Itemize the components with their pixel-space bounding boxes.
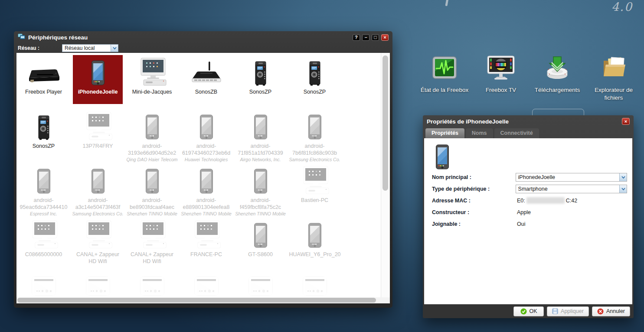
device-item[interactable]: android-619743460273eb6dHuawei Technolog… bbox=[179, 109, 233, 163]
device-label: FRANCE-PC bbox=[190, 251, 222, 258]
button-label: OK bbox=[530, 308, 537, 314]
freebox-tv-icon bbox=[487, 54, 515, 82]
device-grid: Freebox PlayeriPhonedeJoelleMini-de-Jacq… bbox=[16, 53, 342, 297]
device-item[interactable]: iPhonedeJoelle bbox=[73, 55, 123, 104]
smartphone-icon bbox=[90, 55, 106, 86]
device-item[interactable]: SonosZP bbox=[16, 109, 71, 163]
network-label: Réseau : bbox=[18, 45, 44, 51]
speaker-icon bbox=[307, 55, 322, 86]
device-label: Freebox Player bbox=[25, 89, 62, 96]
device-grid-viewport: Freebox PlayeriPhonedeJoelleMini-de-Jacq… bbox=[16, 53, 381, 297]
maximize-button[interactable]: □ bbox=[372, 34, 379, 41]
device-item[interactable]: Freebox Player bbox=[16, 55, 71, 109]
device-item[interactable]: 13P7R4FRY bbox=[71, 109, 125, 163]
field-label: Type de périphérique : bbox=[432, 186, 516, 192]
minimize-button[interactable]: − bbox=[362, 34, 369, 41]
smartphone-icon bbox=[199, 109, 214, 140]
device-item[interactable]: SonosZB bbox=[179, 55, 233, 109]
tab-propriétés[interactable]: Propriétés bbox=[425, 128, 464, 138]
window-titlebar[interactable]: Propriétés de iPhonedeJoelle × bbox=[423, 115, 634, 127]
horizontal-scrollbar[interactable] bbox=[16, 297, 390, 303]
smartphone-icon bbox=[253, 109, 268, 140]
device-item[interactable]: android-f459fbcf8fa75c2cShenzhen TINNO M… bbox=[233, 163, 288, 218]
tab-noms[interactable]: Noms bbox=[466, 128, 493, 138]
device-item[interactable] bbox=[125, 272, 179, 297]
window-title: Propriétés de iPhonedeJoelle bbox=[427, 118, 509, 125]
desktop-shortcuts: État de la FreeboxFreebox TVTéléchargeme… bbox=[416, 54, 642, 101]
device-label: android-f459fbcf8fa75c2c bbox=[235, 197, 286, 211]
device-item[interactable] bbox=[71, 272, 125, 297]
device-item[interactable]: android-3193e66d904d52e2Qing DAO Haier T… bbox=[125, 109, 179, 163]
desktop-shortcut[interactable]: Explorateur de fichiers bbox=[585, 54, 642, 101]
device-label: C08665000000 bbox=[25, 251, 62, 258]
device-item[interactable]: android-71f851a1fd704339Airgo Networks, … bbox=[233, 109, 288, 163]
cancel-button[interactable]: Annuler bbox=[592, 306, 630, 316]
smartphone-icon bbox=[36, 163, 52, 195]
computer-icon bbox=[27, 218, 60, 249]
device-label: GT-S8600 bbox=[248, 251, 273, 258]
ok-button[interactable]: OK bbox=[513, 306, 544, 316]
device-vendor: Shenzhen TINNO Mobile bbox=[127, 211, 177, 216]
button-label: Annuler bbox=[606, 308, 625, 314]
field-value: Oui bbox=[517, 221, 525, 227]
type-peripherique-select[interactable]: Smartphone bbox=[516, 185, 627, 193]
device-item[interactable] bbox=[179, 272, 233, 297]
device-item[interactable]: HUAWEI_Y6_Pro_20 bbox=[288, 218, 342, 272]
desktop-shortcut[interactable]: Freebox TV bbox=[473, 54, 529, 101]
network-select[interactable]: Réseau local bbox=[62, 44, 118, 52]
field-label: Adresse MAC : bbox=[432, 198, 517, 204]
device-item[interactable] bbox=[233, 272, 288, 297]
vertical-scrollbar-thumb[interactable] bbox=[382, 55, 388, 191]
device-item[interactable]: Bastien-PC bbox=[288, 163, 342, 218]
vertical-scrollbar[interactable] bbox=[381, 53, 390, 297]
smartphone-icon bbox=[307, 218, 323, 249]
device-item[interactable]: android-95eac6dca7344410Espressif Inc. bbox=[16, 163, 71, 218]
properties-window: Propriétés de iPhonedeJoelle × Propriété… bbox=[423, 115, 634, 318]
device-item[interactable]: SonosZP bbox=[288, 55, 342, 109]
field-row: Constructeur :Apple bbox=[432, 206, 627, 218]
device-item[interactable]: GT-S8600 bbox=[233, 218, 288, 272]
tab-connectivité[interactable]: Connectivité bbox=[494, 128, 539, 138]
device-item[interactable]: android-7b6f81fc868c903bSamsung Electron… bbox=[288, 109, 342, 163]
device-label: Mini-de-Jacques bbox=[132, 89, 172, 96]
shortcut-label: État de la Freebox bbox=[421, 86, 468, 94]
tablet-icon bbox=[140, 272, 165, 296]
device-item[interactable] bbox=[16, 272, 71, 297]
device-item[interactable]: CANAL+ Zappeur HD Wifi bbox=[71, 218, 125, 272]
apply-button[interactable]: Appliquer bbox=[547, 306, 589, 316]
chevron-down-icon[interactable] bbox=[619, 185, 627, 193]
device-label: iPhonedeJoelle bbox=[78, 89, 118, 96]
computer-icon bbox=[82, 218, 114, 249]
field-label: Constructeur : bbox=[432, 209, 517, 215]
device-item[interactable]: android-a3c14e50473f463fSamsung Electron… bbox=[71, 163, 125, 218]
device-item[interactable] bbox=[288, 272, 342, 297]
device-label: 13P7R4FRY bbox=[83, 143, 113, 150]
device-item[interactable]: Mini-de-Jacques bbox=[125, 55, 179, 109]
chevron-down-icon[interactable] bbox=[111, 45, 118, 52]
network-bar: Réseau : Réseau local bbox=[14, 43, 392, 53]
device-item[interactable]: FRANCE-PC bbox=[179, 218, 233, 272]
device-vendor: Huawei Technologies bbox=[185, 157, 228, 162]
device-label: android-95eac6dca7344410 bbox=[18, 197, 69, 211]
smartphone-icon bbox=[253, 163, 268, 195]
device-item[interactable]: CANAL+ Zappeur HD Wifi bbox=[125, 218, 179, 272]
window-titlebar[interactable]: Périphériques réseau ?−□× bbox=[14, 31, 392, 43]
device-item[interactable]: SonosZP bbox=[233, 55, 288, 109]
button-bar: OKAppliquerAnnuler bbox=[423, 304, 634, 318]
device-vendor: Qing DAO Haier Telecom bbox=[126, 157, 177, 162]
desktop-shortcut[interactable]: Téléchargements bbox=[529, 54, 585, 101]
smartphone-icon bbox=[435, 144, 450, 172]
close-button[interactable]: × bbox=[622, 118, 630, 125]
device-item[interactable]: android-e889801304eefea8Shenzhen TINNO M… bbox=[179, 163, 233, 218]
properties-fields: Nom principal :iPhonedeJoelleType de pér… bbox=[432, 171, 627, 230]
desktop-shortcut[interactable]: État de la Freebox bbox=[416, 54, 473, 101]
horizontal-scrollbar-thumb[interactable] bbox=[17, 298, 376, 303]
device-item[interactable]: C08665000000 bbox=[16, 218, 71, 272]
help-button[interactable]: ? bbox=[353, 34, 360, 41]
chevron-down-icon[interactable] bbox=[619, 173, 627, 181]
window-title: Périphériques réseau bbox=[28, 34, 88, 41]
nom-principal-select[interactable]: iPhonedeJoelle bbox=[516, 173, 627, 182]
close-button[interactable]: × bbox=[381, 34, 389, 41]
device-item[interactable]: android-be8903fdcaaf4aecShenzhen TINNO M… bbox=[125, 163, 179, 218]
device-vendor: Airgo Networks, Inc. bbox=[240, 157, 281, 162]
